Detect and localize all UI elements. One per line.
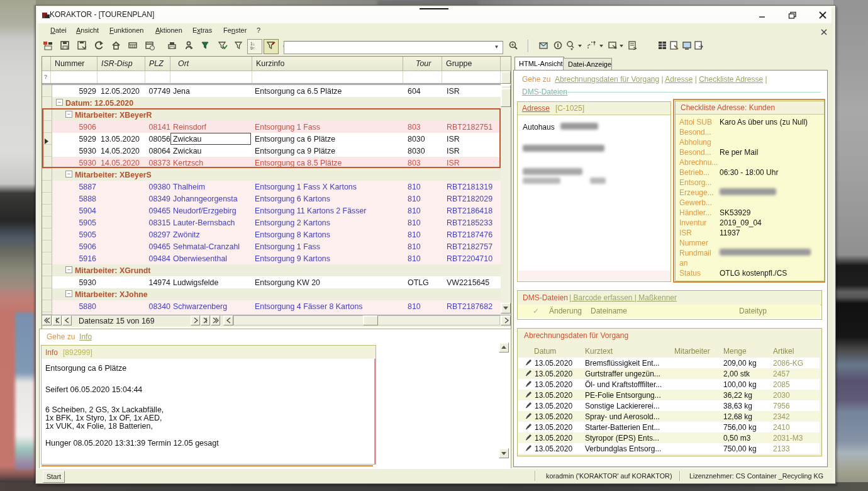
svg-text:9↑: 9↑: [250, 46, 255, 50]
svg-text:1↓: 1↓: [250, 42, 255, 46]
